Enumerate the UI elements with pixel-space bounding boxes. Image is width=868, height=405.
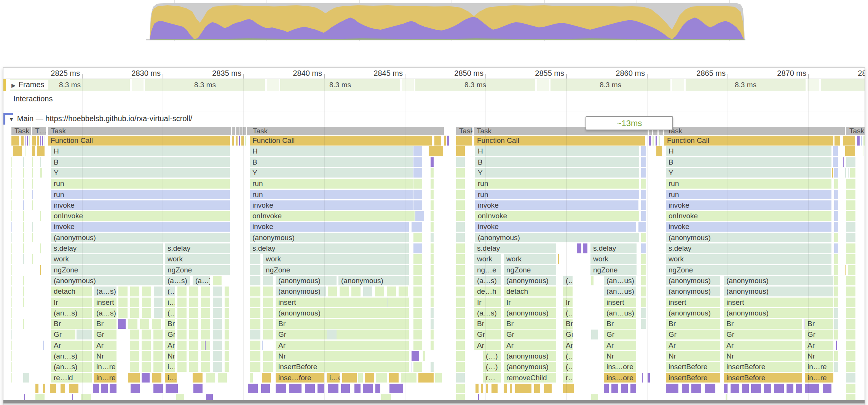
flame-bar[interactable]: [142, 373, 150, 383]
flame-bar[interactable]: [638, 222, 646, 232]
flame-bar[interactable]: invoke: [475, 200, 638, 210]
flame-bar[interactable]: [641, 179, 646, 189]
flame-bar[interactable]: [834, 276, 838, 286]
flame-bar[interactable]: [142, 351, 151, 361]
flame-bar[interactable]: removeChild: [504, 373, 556, 383]
flame-bar[interactable]: Ar: [165, 341, 175, 351]
flame-bar[interactable]: [232, 136, 234, 146]
flame-bar[interactable]: (…: [165, 308, 175, 318]
flame-bar[interactable]: Ir: [474, 298, 501, 307]
flame-bar[interactable]: [641, 211, 646, 221]
flame-bar[interactable]: [846, 287, 855, 296]
task-header-bar[interactable]: Task: [664, 127, 845, 135]
flame-bar[interactable]: [431, 200, 434, 210]
flame-bar[interactable]: [641, 298, 646, 307]
flame-bar[interactable]: [846, 190, 855, 200]
flame-bar[interactable]: [456, 319, 465, 329]
flame-bar[interactable]: [11, 179, 12, 189]
flame-bar[interactable]: [431, 298, 434, 307]
task-header-bar[interactable]: Task: [11, 127, 31, 135]
frame-bar[interactable]: 8.3 ms: [686, 79, 806, 91]
flame-bar[interactable]: run: [250, 190, 413, 200]
flame-bar[interactable]: [225, 362, 229, 372]
flame-bar[interactable]: [846, 233, 855, 243]
flame-bar[interactable]: [388, 298, 388, 307]
flame-bar[interactable]: Br: [474, 319, 501, 329]
flame-bar[interactable]: [23, 179, 24, 189]
flame-bar[interactable]: [558, 254, 559, 264]
flame-bar[interactable]: [413, 200, 422, 210]
flame-bar[interactable]: [23, 200, 24, 210]
flame-bar[interactable]: [412, 222, 422, 232]
flame-bar[interactable]: [263, 308, 273, 318]
flame-bar[interactable]: [11, 362, 12, 372]
flame-bar[interactable]: [250, 351, 260, 361]
flame-bar[interactable]: [154, 308, 163, 318]
flame-bar[interactable]: (anonymous): [666, 308, 720, 318]
flame-bar[interactable]: ins…ore: [604, 373, 636, 383]
flame-bar[interactable]: (anonymous): [724, 276, 833, 286]
flame-bar[interactable]: [128, 373, 140, 383]
flame-bar[interactable]: run: [475, 190, 639, 200]
flame-bar[interactable]: [189, 298, 198, 307]
flame-bar[interactable]: insert: [604, 298, 636, 307]
flame-bar[interactable]: [21, 136, 24, 146]
flame-bar[interactable]: [250, 373, 253, 383]
flame-bar[interactable]: [504, 384, 507, 394]
flame-bar[interactable]: [833, 146, 838, 156]
flame-bar[interactable]: ngZone: [51, 265, 163, 275]
task-header-bar[interactable]: T…: [32, 127, 46, 135]
flame-bar[interactable]: [431, 168, 434, 178]
flame-bar[interactable]: Br: [604, 319, 636, 329]
flame-bar[interactable]: [846, 330, 855, 339]
flame-bar[interactable]: [845, 265, 846, 275]
flame-bar[interactable]: (an…s): [51, 362, 92, 372]
flame-bar[interactable]: [40, 168, 42, 178]
flame-bar[interactable]: [846, 298, 855, 307]
flame-bar[interactable]: [444, 136, 446, 146]
flame-bar[interactable]: Ar: [276, 341, 409, 351]
flame-bar[interactable]: [431, 362, 434, 372]
flame-bar[interactable]: [263, 330, 273, 339]
flame-bar[interactable]: s.delay: [165, 243, 230, 253]
flame-bar[interactable]: (…: [563, 308, 573, 318]
main-expander-icon[interactable]: ▼: [9, 116, 14, 122]
flame-bar[interactable]: [401, 373, 416, 383]
flame-bar[interactable]: [431, 211, 434, 221]
flame-bar[interactable]: ngZone: [666, 265, 831, 275]
flame-bar[interactable]: [177, 362, 187, 372]
flame-bar[interactable]: (an…s): [51, 308, 92, 318]
flame-bar[interactable]: [412, 362, 412, 372]
flame-bar[interactable]: [475, 384, 479, 394]
flame-bar[interactable]: [118, 298, 128, 307]
flame-bar[interactable]: run: [475, 179, 639, 189]
flame-bar[interactable]: [42, 136, 43, 146]
flame-bar[interactable]: [213, 287, 222, 296]
flame-bar[interactable]: Nr: [165, 351, 175, 361]
flame-bar[interactable]: Nr: [604, 351, 636, 361]
flame-bar[interactable]: (anonymous): [666, 233, 831, 243]
task-header-bar[interactable]: Task: [846, 127, 865, 135]
flame-bar[interactable]: [456, 157, 465, 167]
flame-bar[interactable]: invoke: [666, 222, 831, 232]
flame-bar[interactable]: [11, 243, 12, 253]
flame-bar[interactable]: (…: [563, 362, 573, 372]
flame-bar[interactable]: [456, 265, 465, 275]
flame-bar[interactable]: [846, 319, 855, 329]
flame-bar[interactable]: Br: [51, 319, 92, 329]
flame-bar[interactable]: [456, 330, 465, 339]
main-track-header[interactable]: ▼Main — https://hoebbelsb.github.io/rxa-…: [9, 114, 192, 123]
frame-bar[interactable]: [132, 79, 144, 91]
flame-bar[interactable]: [201, 341, 210, 351]
flame-bar[interactable]: ngZone: [165, 265, 230, 275]
task-header-bar[interactable]: [232, 127, 235, 135]
flame-bar[interactable]: [834, 265, 838, 275]
flame-bar[interactable]: [11, 287, 12, 296]
flame-bar[interactable]: Gr: [474, 330, 501, 339]
flame-bar[interactable]: [691, 384, 701, 394]
flame-bar[interactable]: inse…fore: [276, 373, 324, 383]
flame-bar[interactable]: [823, 384, 831, 394]
flame-bar[interactable]: [250, 276, 260, 286]
flame-bar[interactable]: [431, 330, 434, 339]
flame-bar[interactable]: [413, 287, 422, 296]
